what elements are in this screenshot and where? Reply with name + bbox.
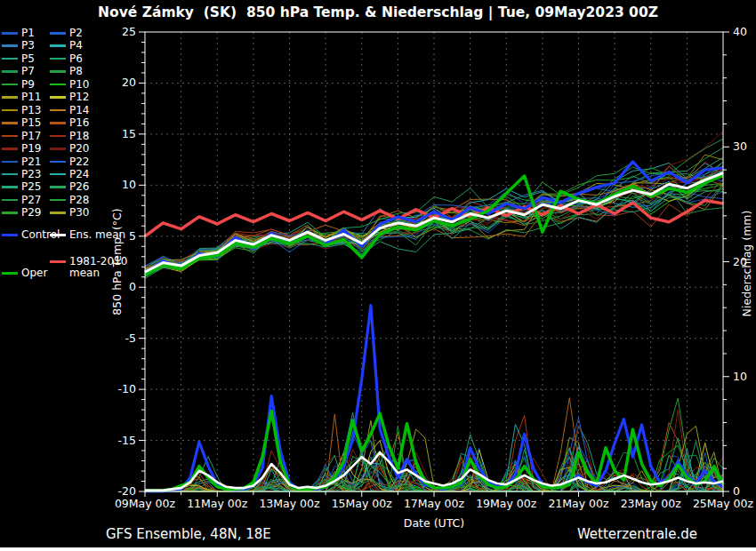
legend-label: P28	[69, 195, 90, 206]
legend-line-swatch	[2, 96, 18, 99]
legend-line-swatch	[50, 173, 66, 176]
legend-label: P13	[21, 105, 42, 116]
legend-item-p4: P4	[50, 40, 83, 52]
legend-label: P10	[69, 79, 90, 91]
x-tick: 25May 00z	[693, 497, 754, 510]
legend-item-p12: P12	[50, 92, 90, 103]
legend-line-swatch	[2, 212, 18, 214]
legend-label: Ens. mean	[69, 229, 125, 241]
legend-label: P2	[69, 28, 83, 39]
legend-label: P9	[21, 79, 35, 91]
legend-label: P8	[69, 66, 83, 77]
legend: P1P2P3P4P5P6P7P8P9P10P11P12P13P14P15P16P…	[0, 0, 142, 551]
legend-item-p7: P7	[2, 66, 35, 77]
legend-item-p21: P21	[2, 156, 42, 168]
legend-item-ens-mean: Ens. mean	[50, 229, 125, 241]
legend-line-swatch	[2, 44, 18, 47]
legend-label: P14	[69, 105, 90, 116]
legend-label: P23	[21, 169, 42, 180]
legend-item-p26: P26	[50, 181, 90, 193]
y-right-tick: 30	[733, 140, 747, 153]
legend-item-p16: P16	[50, 117, 90, 129]
legend-item-p24: P24	[50, 169, 90, 180]
legend-label: P12	[69, 92, 90, 103]
footer-brand: Wetterzentrale.de	[445, 526, 697, 542]
legend-item-p15: P15	[2, 117, 42, 129]
x-tick: 19May 00z	[476, 497, 537, 510]
legend-item-p30: P30	[50, 207, 90, 219]
legend-line-swatch	[50, 234, 66, 236]
legend-line-swatch	[50, 186, 66, 188]
x-tick: 15May 00z	[332, 497, 393, 510]
y-right-tick: 0	[733, 484, 740, 498]
legend-label: P4	[69, 40, 83, 52]
legend-item-p3: P3	[2, 40, 35, 52]
legend-label: P1	[21, 28, 35, 39]
legend-line-swatch	[50, 212, 66, 214]
legend-line-swatch	[50, 84, 66, 86]
bottom-white-strip	[0, 547, 756, 551]
legend-item-p2: P2	[50, 28, 83, 39]
legend-item-p13: P13	[2, 105, 42, 116]
legend-line-swatch	[2, 32, 18, 35]
y-right-tick: 40	[733, 25, 747, 38]
x-tick: 23May 00z	[621, 497, 682, 510]
legend-line-swatch	[50, 148, 66, 150]
legend-line-swatch	[2, 58, 18, 60]
legend-item-p14: P14	[50, 105, 90, 116]
legend-label: P6	[69, 53, 83, 65]
legend-line-swatch	[50, 96, 66, 99]
legend-label: P11	[21, 92, 42, 103]
legend-item-p1: P1	[2, 28, 35, 39]
legend-item-p17: P17	[2, 131, 42, 142]
legend-label: P30	[69, 207, 90, 219]
ensemble-forecast-page: 2520151050-5-10-15-2040302010009May 00z1…	[0, 0, 756, 551]
gridlines	[145, 32, 723, 491]
legend-item-climate-mean: 1981-2010 mean	[50, 256, 127, 279]
legend-line-swatch	[2, 109, 18, 112]
legend-line-swatch	[50, 58, 66, 60]
legend-line-swatch	[2, 186, 18, 188]
legend-line-swatch	[2, 84, 18, 86]
legend-label: P20	[69, 143, 90, 155]
legend-item-p18: P18	[50, 131, 90, 142]
legend-label: P7	[21, 66, 35, 77]
legend-label: P5	[21, 53, 35, 65]
legend-line-swatch	[50, 109, 66, 112]
legend-item-p25: P25	[2, 181, 42, 193]
legend-line-swatch	[50, 70, 66, 73]
legend-line-swatch	[2, 199, 18, 202]
legend-label: P19	[21, 143, 42, 155]
legend-label: P18	[69, 131, 90, 142]
legend-label: P17	[21, 131, 42, 142]
x-tick: 21May 00z	[548, 497, 609, 510]
legend-item-p28: P28	[50, 195, 90, 206]
legend-line-swatch	[2, 135, 18, 138]
legend-line-swatch	[2, 272, 18, 275]
legend-label: Oper	[21, 268, 47, 279]
legend-line-swatch	[50, 161, 66, 164]
legend-item-p5: P5	[2, 53, 35, 65]
legend-line-swatch	[2, 70, 18, 73]
legend-label: 1981-2010 mean	[69, 256, 127, 279]
legend-line-swatch	[50, 122, 66, 124]
legend-label: P22	[69, 156, 90, 168]
legend-line-swatch	[50, 260, 66, 263]
legend-line-swatch	[2, 122, 18, 124]
legend-line-swatch	[50, 135, 66, 138]
legend-label: P21	[21, 156, 42, 168]
x-tick: 17May 00z	[404, 497, 465, 510]
legend-label: P25	[21, 181, 42, 193]
y-right-tick: 10	[733, 370, 747, 383]
legend-item-p29: P29	[2, 207, 42, 219]
legend-item-p23: P23	[2, 169, 42, 180]
legend-label: P24	[69, 169, 90, 180]
legend-line-swatch	[50, 32, 66, 35]
right-axis-label: Niederschlag (mm)	[740, 184, 753, 344]
legend-item-p19: P19	[2, 143, 42, 155]
legend-item-p9: P9	[2, 79, 35, 91]
legend-line-swatch	[2, 161, 18, 164]
legend-item-p10: P10	[50, 79, 90, 91]
legend-line-swatch	[50, 199, 66, 202]
legend-item-p6: P6	[50, 53, 83, 65]
